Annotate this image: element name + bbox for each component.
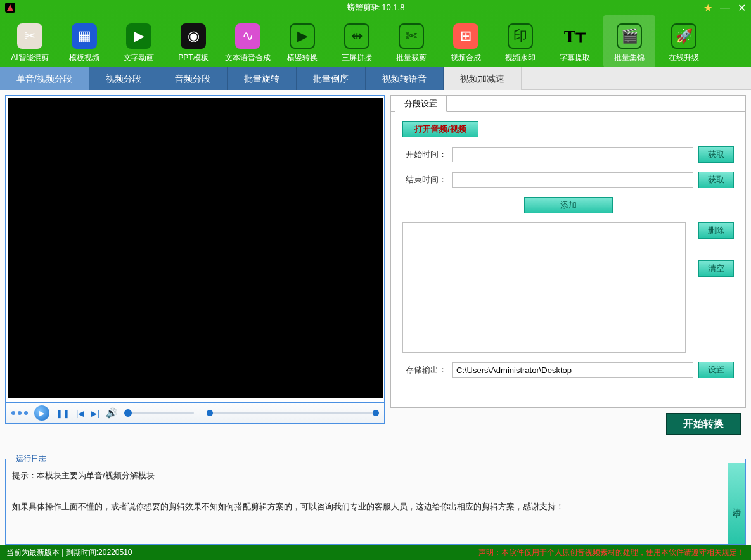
tool-label: 模板视频 (69, 53, 99, 63)
segment-list[interactable] (402, 222, 686, 353)
tool-template-video[interactable]: ▦模板视频 (58, 15, 110, 67)
upgrade-icon: 🚀 (671, 23, 696, 49)
settings-button[interactable]: 设置 (698, 362, 734, 378)
tool-label: AI智能混剪 (11, 53, 48, 63)
tool-label: 批量集锦 (614, 53, 645, 63)
get-end-button[interactable]: 获取 (698, 172, 734, 188)
tool-label: 文本语音合成 (225, 53, 271, 63)
tool-triple[interactable]: ⇹三屏拼接 (331, 15, 383, 67)
tts-icon: ∿ (235, 23, 260, 49)
tool-tts[interactable]: ∿文本语音合成 (222, 15, 274, 67)
play-button[interactable]: ▶ (34, 405, 49, 421)
open-media-button[interactable]: 打开音频/视频 (402, 121, 478, 137)
prev-button[interactable]: |◀ (76, 409, 84, 418)
tool-label: 横竖转换 (287, 53, 318, 63)
get-start-button[interactable]: 获取 (698, 146, 734, 163)
start-time-input[interactable] (452, 147, 693, 162)
main-area: ▶ ❚❚ |◀ ▶| 🔊 分段设置 打开音频/视频 (0, 90, 751, 454)
log-line: 提示：本模块主要为单音/视频分解模块 (12, 468, 721, 484)
player-controls: ▶ ❚❚ |◀ ▶| 🔊 (5, 403, 385, 424)
log-clear-button[interactable]: 清空 (728, 463, 745, 544)
end-time-input[interactable] (452, 172, 693, 188)
video-merge-icon: ⊞ (453, 23, 478, 49)
main-toolbar: ✂AI智能混剪▦模板视频▶文字动画◉PPT模板∿文本语音合成▶横竖转换⇹三屏拼接… (0, 15, 751, 67)
clear-button[interactable]: 清空 (698, 260, 734, 277)
tool-subtitle[interactable]: Tᴛ字幕提取 (549, 15, 601, 67)
tool-ppt-template[interactable]: ◉PPT模板 (167, 15, 219, 67)
ai-mix-icon: ✂ (17, 23, 42, 49)
titlebar: 螃蟹剪辑 10.1.8 ★ — ✕ (0, 0, 751, 15)
app-title: 螃蟹剪辑 10.1.8 (347, 2, 405, 13)
progress-slider[interactable] (207, 412, 379, 414)
subtab-batch-reverse[interactable]: 批量倒序 (297, 67, 366, 90)
subtab-video-to-voice[interactable]: 视频转语音 (366, 67, 444, 90)
panel-tabbar: 分段设置 (391, 96, 745, 112)
tool-label: 视频水印 (505, 53, 536, 63)
tool-batch-highlight[interactable]: 🎬批量集锦 (603, 15, 655, 67)
batch-crop-icon: ✄ (399, 23, 424, 49)
subtab-single-seg[interactable]: 单音/视频分段 (0, 67, 89, 90)
template-video-icon: ▦ (72, 23, 97, 49)
tool-label: 在线升级 (669, 53, 699, 63)
subtab-batch-rotate[interactable]: 批量旋转 (228, 67, 297, 90)
output-label: 存储输出： (402, 364, 447, 376)
orient-icon: ▶ (290, 23, 315, 49)
favorite-icon[interactable]: ★ (703, 2, 712, 14)
log-output[interactable]: 提示：本模块主要为单音/视频分解模块 如果具体操作上面不懂的，或者说你想要的剪辑… (6, 463, 728, 544)
log-line: 如果具体操作上面不懂的，或者说你想要的剪辑效果不知如何搭配剪辑方案的，可以咨询我… (12, 499, 721, 515)
subtitle-icon: Tᴛ (562, 23, 587, 49)
workarea: 单音/视频分段视频分段音频分段批量旋转批量倒序视频转语音视频加减速 ▶ ❚❚ |… (0, 67, 751, 560)
video-screen[interactable] (8, 98, 383, 398)
player-dots-icon (11, 411, 28, 415)
statusbar: 当前为最新版本 | 到期时间:20220510 声明：本软件仅用于个人原创音视频… (0, 545, 751, 560)
log-section: 运行日志 提示：本模块主要为单音/视频分解模块 如果具体操作上面不懂的，或者说你… (5, 459, 746, 545)
watermark-icon: 印 (508, 23, 533, 49)
pause-button[interactable]: ❚❚ (56, 409, 70, 418)
subtab-audio-seg[interactable]: 音频分段 (158, 67, 228, 90)
log-frame: 运行日志 提示：本模块主要为单音/视频分解模块 如果具体操作上面不懂的，或者说你… (5, 459, 746, 545)
tool-label: 视频合成 (451, 53, 481, 63)
player-column: ▶ ❚❚ |◀ ▶| 🔊 (5, 95, 385, 454)
tool-text-anim[interactable]: ▶文字动画 (113, 15, 165, 67)
app-logo-icon (5, 3, 15, 13)
app-window: 螃蟹剪辑 10.1.8 ★ — ✕ ✂AI智能混剪▦模板视频▶文字动画◉PPT模… (0, 0, 751, 560)
batch-highlight-icon: 🎬 (617, 23, 642, 49)
tool-orient[interactable]: ▶横竖转换 (276, 15, 328, 67)
end-time-label: 结束时间： (402, 174, 447, 186)
tool-watermark[interactable]: 印视频水印 (494, 15, 546, 67)
triple-icon: ⇹ (344, 23, 369, 49)
status-version: 当前为最新版本 | 到期时间:20220510 (6, 547, 132, 558)
tool-video-merge[interactable]: ⊞视频合成 (440, 15, 492, 67)
status-disclaimer: 声明：本软件仅用于个人原创音视频素材的处理，使用本软件请遵守相关规定！ (478, 547, 745, 558)
log-legend: 运行日志 (12, 454, 50, 464)
text-anim-icon: ▶ (126, 23, 151, 49)
tool-label: 文字动画 (124, 53, 154, 63)
tool-label: 批量裁剪 (396, 53, 427, 63)
tool-ai-mix[interactable]: ✂AI智能混剪 (4, 15, 56, 67)
tool-label: 字幕提取 (560, 53, 590, 63)
delete-button[interactable]: 删除 (698, 222, 734, 239)
video-player (5, 95, 385, 403)
volume-slider[interactable] (124, 412, 194, 414)
close-button[interactable]: ✕ (738, 2, 746, 14)
tool-label: PPT模板 (178, 53, 208, 63)
segment-panel: 分段设置 打开音频/视频 开始时间： 获取 结束时间： 获取 (390, 95, 746, 408)
tool-batch-crop[interactable]: ✄批量裁剪 (385, 15, 437, 67)
ppt-template-icon: ◉ (181, 23, 206, 49)
subtab-video-seg[interactable]: 视频分段 (89, 67, 158, 90)
start-time-label: 开始时间： (402, 149, 447, 160)
output-path-input[interactable] (452, 362, 693, 378)
add-segment-button[interactable]: 添加 (524, 197, 613, 213)
volume-icon[interactable]: 🔊 (106, 407, 118, 419)
panel-tab-segment[interactable]: 分段设置 (395, 95, 447, 112)
subtab-video-speed[interactable]: 视频加减速 (444, 67, 522, 90)
subtabs: 单音/视频分段视频分段音频分段批量旋转批量倒序视频转语音视频加减速 (0, 67, 751, 90)
tool-label: 三屏拼接 (342, 53, 372, 63)
tool-upgrade[interactable]: 🚀在线升级 (658, 15, 710, 67)
minimize-button[interactable]: — (720, 2, 730, 13)
start-convert-button[interactable]: 开始转换 (666, 413, 741, 435)
next-button[interactable]: ▶| (91, 409, 99, 418)
settings-column: 分段设置 打开音频/视频 开始时间： 获取 结束时间： 获取 (390, 95, 746, 454)
